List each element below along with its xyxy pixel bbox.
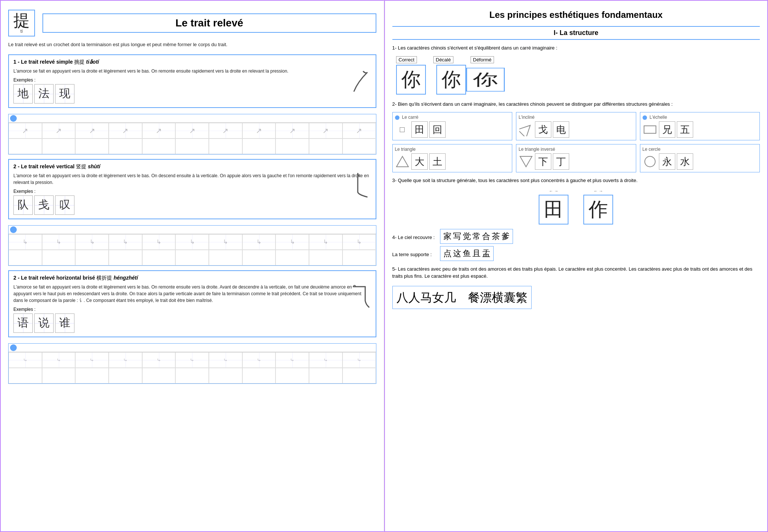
structure-item-5: Le cercle 永 水: [640, 144, 760, 172]
section-3-desc: L'amorce se fait en appuyant vers la dro…: [13, 284, 371, 304]
section3-tian-wrap: ← → 田: [539, 189, 568, 224]
practice-cell: ⤷: [242, 352, 276, 368]
sky-char-2: 觉: [463, 231, 471, 242]
correct-item-2: Déformé 你: [471, 56, 500, 95]
example-char-5: 戋: [34, 195, 54, 215]
example-char-3: 现: [55, 84, 74, 103]
practice-cell: ⤷: [209, 352, 242, 368]
section-1-title: 1 - Le trait relevé simple 挑提 tiǎotí: [13, 59, 371, 66]
earth-label: La terre supporte :: [392, 252, 437, 257]
struct-label-1: L'incliné: [519, 115, 634, 120]
structure-item-2: L'échelle 兄 五: [640, 112, 760, 140]
practice-cell2: [275, 138, 309, 154]
earth-char-2: 鱼: [463, 248, 471, 259]
practice-cell: ⤷: [75, 352, 109, 368]
svg-marker-0: [519, 123, 533, 136]
struct-char-0a: 田: [411, 121, 428, 138]
practice-cell: ↳: [75, 234, 109, 250]
earth-char-4: 盂: [482, 248, 490, 259]
section-3-title: 2 - Le trait relevé horizontal brisé 横折提…: [13, 275, 371, 281]
sky-char-0: 家: [443, 231, 452, 242]
practice-cell: ⤷: [109, 352, 142, 368]
practice-area-3: ⤷ ⤷ ⤷ ⤷ ⤷ ⤷ ⤷ ⤷ ⤷ ⤷ ⤷: [8, 343, 376, 384]
struct-char-4a: 下: [535, 153, 551, 170]
link-icon-2: [10, 226, 17, 233]
structure-item-4: Le triangle inversé 下 丁: [516, 144, 636, 172]
practice-cell: ↗: [75, 123, 109, 138]
sky-char-4: 合: [482, 231, 490, 242]
section-1-examples-label: Exemples :: [13, 77, 371, 83]
right-page: Les principes esthétiques fondamentaux I…: [384, 0, 768, 532]
struct-label-5: Le cercle: [643, 147, 758, 152]
practice-cell2: [209, 138, 242, 154]
struct-char-1b: 电: [553, 121, 569, 138]
practice-cell: ↳: [9, 234, 42, 250]
practice-cell: ↗: [309, 123, 342, 138]
practice-cell: ⤷: [42, 352, 76, 368]
section5-chars-large: 八人马女几 餐漂横囊繁: [392, 286, 532, 309]
practice-cell: ↗: [142, 123, 176, 138]
sky-char-5: 茶: [492, 231, 500, 242]
left-intro: Le trait relevé est un crochet dont la t…: [8, 41, 376, 48]
struct-label-3: Le triangle: [395, 147, 510, 152]
struct-shape-3: [395, 154, 410, 169]
struct-char-1a: 戈: [535, 121, 551, 138]
struct-shape-0: □: [395, 122, 410, 137]
example-char-6: 叹: [55, 195, 74, 215]
struct-shape-4: [519, 154, 533, 169]
header-char: 提: [13, 12, 30, 29]
example-char-1: 地: [13, 84, 33, 103]
practice-cell: ↗: [342, 123, 376, 138]
practice-cell: ↳: [242, 234, 276, 250]
correct-label-2: Déformé: [471, 56, 494, 63]
svg-marker-2: [396, 156, 408, 167]
link-icon-3: [10, 344, 17, 351]
practice-cell: ↳: [175, 234, 209, 250]
sky-char-6: 爹: [501, 231, 510, 242]
practice-grid-1: ↗ ↗ ↗ ↗ ↗ ↗ ↗ ↗ ↗ ↗ ↗: [9, 122, 376, 138]
earth-char-3: 且: [472, 248, 481, 259]
practice-cell: ↳: [309, 234, 342, 250]
practice-cell: ↗: [175, 123, 209, 138]
section-3-examples-label: Exemples :: [13, 307, 371, 312]
practice-cell: ↳: [42, 234, 76, 250]
example-char-2: 法: [34, 84, 54, 103]
svg-rect-1: [644, 126, 656, 133]
link-icon-1: [10, 115, 17, 122]
stroke-image-2: [350, 171, 372, 201]
struct-chars-2: 兄 五: [643, 121, 758, 138]
example-char-8: 说: [34, 313, 54, 333]
correct-char-2: 你: [466, 68, 505, 92]
practice-row2-2: [9, 250, 376, 265]
practice-grid-2: ↳ ↳ ↳ ↳ ↳ ↳ ↳ ↳ ↳ ↳ ↳: [9, 234, 376, 250]
sky-line: 4- Le ciel recouvre : 家 写 觉 常 合 茶 爹: [392, 229, 760, 244]
section3-row: ← → 田 ← → 作: [392, 189, 760, 224]
practice-cell: ⤷: [309, 352, 342, 368]
practice-cell2: [242, 138, 276, 154]
practice-cell: ↳: [142, 234, 176, 250]
struct-char-2b: 五: [677, 121, 693, 138]
right-section-title: I- La structure: [392, 26, 760, 40]
struct-label-0: Le carré: [395, 115, 510, 120]
correct-item-1: Décalé 你: [433, 56, 463, 95]
struct-char-0b: 回: [429, 121, 446, 138]
sky-char-3: 常: [472, 231, 481, 242]
svg-point-4: [645, 156, 655, 167]
practice-area-2: ↳ ↳ ↳ ↳ ↳ ↳ ↳ ↳ ↳ ↳ ↳: [8, 225, 376, 266]
section-1-desc: L'amorce se fait en appuyant vers la dro…: [13, 68, 371, 74]
struct-label-2: L'échelle: [643, 115, 758, 120]
practice-grid-3: ⤷ ⤷ ⤷ ⤷ ⤷ ⤷ ⤷ ⤷ ⤷ ⤷ ⤷: [9, 352, 376, 368]
header-char-box: 提 tí: [8, 10, 35, 36]
correct-row: Correct 你 Décalé 你 Déformé 你: [392, 56, 760, 95]
struct-link-icon-0: [395, 115, 399, 120]
practice-cell: ↗: [209, 123, 242, 138]
practice-area-1: ↗ ↗ ↗ ↗ ↗ ↗ ↗ ↗ ↗ ↗ ↗: [8, 114, 376, 154]
section3-arrow-top2: ← →: [583, 189, 613, 193]
practice-cell: ↗: [42, 123, 76, 138]
stroke-image-3: [350, 282, 372, 312]
practice-cell: ⤷: [142, 352, 176, 368]
sky-char-1: 写: [453, 231, 461, 242]
practice-cell: ⤷: [342, 352, 376, 368]
example-char-7: 语: [13, 313, 33, 333]
sky-earth-section: 4- Le ciel recouvre : 家 写 觉 常 合 茶 爹 La t…: [392, 229, 760, 261]
